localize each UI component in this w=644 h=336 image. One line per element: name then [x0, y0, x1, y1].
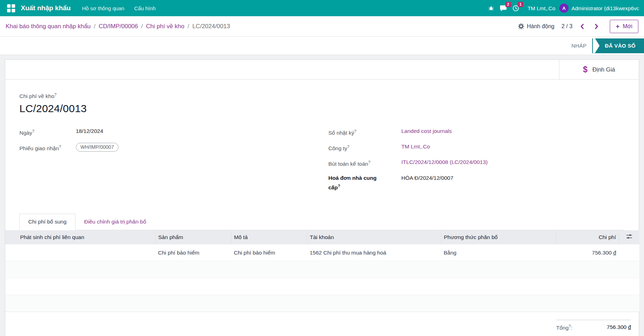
odoo-app: Xuất nhập khẩu Hồ sơ thông quan Cấu hình [0, 0, 644, 336]
main-navbar: Xuất nhập khẩu Hồ sơ thông quan Cấu hình [0, 0, 644, 16]
pager-next-button[interactable] [592, 22, 601, 31]
help-mark: ? [32, 129, 34, 133]
column-header-related-costs[interactable]: Phát sinh chi phí liên quan [5, 230, 155, 244]
control-panel-right: Hành động 2 / 3 + Mới [518, 20, 638, 33]
total-label: Tổng?: [556, 324, 572, 331]
control-panel: Khai báo thông quan nhập khẩu / CD/IMP/0… [0, 16, 644, 37]
debug-button[interactable] [485, 4, 497, 13]
column-header-cost[interactable]: Chi phí [555, 230, 619, 244]
help-mark: ? [338, 184, 340, 188]
currency-symbol: đ [628, 324, 631, 330]
vendor-bill-label: Hoá đơn nhà cung cấp? [328, 174, 388, 191]
breadcrumb-separator: / [141, 23, 143, 30]
table-header-row: Phát sinh chi phí liên quan Sản phẩm Mô … [5, 230, 639, 244]
user-menu[interactable]: A Administrator (di13kwexp6vc [559, 4, 639, 13]
activities-badge: 1 [518, 2, 523, 7]
gear-icon [518, 23, 524, 29]
help-mark: ? [368, 160, 370, 164]
cell-split-method[interactable]: Bằng [441, 244, 555, 261]
date-value[interactable]: 18/12/2024 [76, 127, 103, 135]
column-header-account[interactable]: Tài khoản [307, 230, 441, 244]
company-switcher[interactable]: TM Lmt,.Co [528, 5, 555, 11]
messages-button[interactable]: 2 [497, 4, 510, 13]
stage-nhap[interactable]: NHÁP [571, 43, 587, 49]
date-label: Ngày? [19, 127, 69, 137]
cost-amount: 756.300 [592, 250, 612, 256]
action-menu-button[interactable]: Hành động [518, 23, 554, 30]
breadcrumb: Khai báo thông quan nhập khẩu / CD/IMP/0… [6, 23, 230, 30]
empty-row [5, 261, 639, 278]
journal-value-link[interactable]: Landed cost journals [401, 127, 452, 135]
tab-valuation-adjustments[interactable]: Điều chỉnh giá trị phân bổ [75, 214, 155, 230]
menu-ho-so-thong-quan[interactable]: Hồ sơ thông quan [77, 5, 129, 11]
company-value-link[interactable]: TM Lmt,.Co [401, 143, 430, 151]
avatar: A [559, 4, 569, 13]
field-group-left: Ngày? 18/12/2024 Phiếu giao nhận? WH/IMP… [19, 127, 322, 197]
chevron-left-icon [579, 23, 586, 30]
total-box: Tổng?: 756.300đ [556, 320, 631, 331]
cell-account[interactable]: 1562 Chi phí thu mua hàng hoá [307, 244, 441, 261]
help-mark: ? [347, 145, 349, 149]
breadcrumb-link-root[interactable]: Khai báo thông quan nhập khẩu [6, 23, 91, 30]
navbar-left: Xuất nhập khẩu Hồ sơ thông quan Cấu hình [5, 2, 160, 14]
record-title: LC/2024/0013 [19, 103, 625, 115]
menu-cau-hinh[interactable]: Cấu hình [129, 5, 160, 11]
tab-additional-costs[interactable]: Chi phí bổ sung [19, 214, 75, 230]
field-row-company: Công ty? TM Lmt,.Co [328, 143, 625, 152]
picking-tag[interactable]: WH/IMP/00007 [76, 143, 119, 152]
cell-product[interactable]: Chi phí bảo hiểm [155, 244, 231, 261]
column-header-split-method[interactable]: Phương thức phân bổ [441, 230, 555, 244]
breadcrumb-link-landed-cost[interactable]: Chi phí về kho [146, 23, 184, 30]
form-sheet: $ Định Giá Chi phí về kho? LC/2024/0013 … [5, 60, 639, 336]
bug-icon [488, 5, 494, 11]
help-mark: ? [59, 145, 61, 149]
breadcrumb-current: LC/2024/0013 [192, 23, 230, 30]
activities-button[interactable]: 1 [510, 4, 522, 13]
total-amount: 756.300 [607, 324, 626, 330]
breadcrumb-separator: / [94, 23, 96, 30]
breadcrumb-separator: / [188, 23, 189, 30]
column-header-description[interactable]: Mô tả [231, 230, 307, 244]
field-row-picking: Phiếu giao nhận? WH/IMP/00007 [19, 143, 322, 152]
help-mark: ? [354, 129, 356, 133]
help-mark: ? [54, 92, 56, 97]
pager-previous-button[interactable] [578, 22, 587, 31]
field-row-vendor-bill: Hoá đơn nhà cung cấp? HÓA Đ/2024/12/0007 [328, 174, 625, 191]
apps-grid-icon [7, 4, 15, 12]
new-record-label: Mới [623, 23, 632, 30]
user-name: Administrator (di13kwexp6vc [571, 5, 639, 11]
cell-optional [619, 244, 639, 261]
picking-label: Phiếu giao nhận? [19, 143, 69, 152]
valuation-label: Định Giá [593, 66, 615, 73]
cost-lines-table: Phát sinh chi phí liên quan Sản phẩm Mô … [5, 230, 639, 312]
dollar-icon: $ [583, 65, 588, 74]
column-header-product[interactable]: Sản phẩm [155, 230, 231, 244]
cell-description[interactable]: Chi phí bảo hiểm [231, 244, 307, 261]
sheet-body: Chi phí về kho? LC/2024/0013 Ngày? 18/12… [5, 80, 639, 230]
chevron-right-icon [593, 23, 600, 30]
field-row-account-move: Bút toán kế toán? ITLC/2024/12/0008 (LC/… [328, 158, 625, 168]
pager-counter: 2 / 3 [561, 23, 572, 30]
field-row-date: Ngày? 18/12/2024 [19, 127, 322, 137]
total-value: 756.300đ [607, 324, 631, 331]
company-label: Công ty? [328, 143, 388, 152]
cell-cost[interactable]: 756.300đ [555, 244, 619, 261]
cost-line-row[interactable]: Chi phí bảo hiểm Chi phí bảo hiểm 1562 C… [5, 244, 639, 261]
stage-label: ĐÃ VÀO SỔ [605, 43, 636, 49]
button-box: $ Định Giá [5, 60, 639, 80]
cost-lines-table-wrap: Phát sinh chi phí liên quan Sản phẩm Mô … [5, 230, 639, 331]
breadcrumb-link-cd[interactable]: CD/IMP/00006 [99, 23, 138, 30]
account-move-value-link[interactable]: ITLC/2024/12/0008 (LC/2024/0013) [401, 158, 488, 166]
action-menu-label: Hành động [527, 23, 554, 30]
title-field-label: Chi phí về kho? [19, 92, 625, 99]
app-name[interactable]: Xuất nhập khẩu [21, 4, 71, 12]
optional-columns-header[interactable] [619, 230, 639, 244]
cell-related-costs[interactable] [5, 244, 155, 261]
stage-da-vao-so[interactable]: ĐÃ VÀO SỔ [592, 38, 644, 53]
empty-row [5, 295, 639, 312]
vendor-bill-value[interactable]: HÓA Đ/2024/12/0007 [401, 174, 453, 182]
new-record-button[interactable]: + Mới [610, 20, 638, 33]
valuation-button[interactable]: $ Định Giá [559, 60, 639, 79]
apps-menu-button[interactable] [5, 2, 17, 14]
currency-symbol: đ [613, 250, 616, 256]
